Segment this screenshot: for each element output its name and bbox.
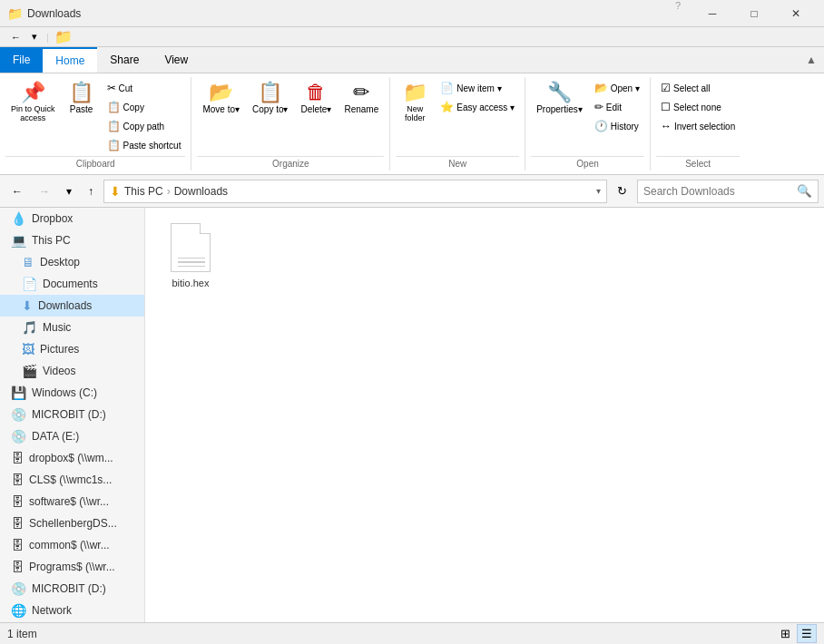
sidebar-item-this-pc[interactable]: 💻 This PC — [0, 229, 144, 251]
sidebar-item-label: MICROBIT (D:) — [32, 582, 106, 595]
sidebar-item-schellenberg[interactable]: 🗄 SchellenbergDS... — [0, 512, 144, 534]
details-view-button[interactable]: ☰ — [797, 624, 817, 643]
organize-buttons: 📂 Move to▾ 📋 Copy to▾ 🗑 Delete▾ ✏ Rename — [197, 79, 384, 154]
address-dropdown-button[interactable]: ▾ — [596, 186, 601, 196]
cut-button[interactable]: ✂ Cut — [103, 79, 186, 97]
sidebar-item-label: common$ (\\wr... — [29, 539, 110, 551]
medium-icons-view-button[interactable]: ⊞ — [776, 624, 795, 643]
drive-icon: 💾 — [11, 385, 26, 400]
history-button[interactable]: 🕐 History — [590, 117, 644, 135]
close-button[interactable]: ✕ — [775, 0, 817, 27]
up-button[interactable]: ↑ — [82, 181, 100, 201]
edit-button[interactable]: ✏ Edit — [590, 98, 644, 116]
tab-home[interactable]: Home — [43, 47, 97, 73]
window-title: Downloads — [27, 7, 81, 20]
search-bar[interactable]: 🔍 — [637, 180, 819, 203]
sidebar-item-dropbox-net[interactable]: 🗄 dropbox$ (\\wm... — [0, 447, 144, 469]
sidebar-item-videos[interactable]: 🎬 Videos — [0, 360, 144, 382]
delete-button[interactable]: 🗑 Delete▾ — [296, 79, 338, 118]
sidebar-item-label: Music — [43, 321, 71, 334]
invert-selection-icon: ↔ — [661, 120, 672, 132]
tab-share[interactable]: Share — [97, 47, 152, 73]
select-none-button[interactable]: ☐ Select none — [656, 98, 740, 116]
minimize-button[interactable]: ─ — [692, 0, 733, 27]
new-item-button[interactable]: 📄 New item ▾ — [436, 79, 519, 97]
copy-button[interactable]: 📋 Copy — [103, 98, 186, 116]
open-icon: 📂 — [594, 82, 608, 94]
copy-to-button[interactable]: 📋 Copy to▾ — [247, 79, 293, 118]
rename-button[interactable]: ✏ Rename — [338, 79, 384, 118]
sidebar-item-network[interactable]: 🌐 Network — [0, 600, 144, 621]
file-name: bitio.hex — [172, 278, 210, 288]
move-to-button[interactable]: 📂 Move to▾ — [197, 79, 245, 118]
select-buttons: ☑ Select all ☐ Select none ↔ Invert sele… — [656, 79, 740, 154]
new-folder-button[interactable]: 📁 New folder — [396, 79, 434, 126]
select-all-button[interactable]: ☑ Select all — [656, 79, 740, 97]
refresh-button[interactable]: ↻ — [611, 181, 633, 201]
history-icon: 🕐 — [594, 120, 608, 132]
sidebar-item-common[interactable]: 🗄 common$ (\\wr... — [0, 534, 144, 556]
sidebar-item-music[interactable]: 🎵 Music — [0, 317, 144, 338]
search-input[interactable] — [643, 185, 797, 198]
sidebar-item-label: Downloads — [38, 299, 92, 312]
recent-locations-button[interactable]: ▾ — [60, 181, 78, 201]
sidebar-item-dropbox[interactable]: 💧 Dropbox — [0, 208, 144, 229]
main-content: 💧 Dropbox 💻 This PC 🖥 Desktop 📄 Document… — [0, 208, 824, 622]
tab-view[interactable]: View — [152, 47, 201, 73]
qa-back-button[interactable]: ← — [7, 30, 25, 44]
ribbon-collapse-button[interactable]: ▲ — [799, 47, 824, 73]
sidebar-item-data-e[interactable]: 💿 DATA (E:) — [0, 425, 144, 447]
sidebar-item-documents[interactable]: 📄 Documents — [0, 273, 144, 295]
invert-selection-button[interactable]: ↔ Invert selection — [656, 117, 740, 135]
edit-icon: ✏ — [594, 101, 603, 113]
drive-icon: 💿 — [11, 429, 26, 444]
forward-button[interactable]: → — [33, 181, 56, 201]
file-area[interactable]: bitio.hex — [145, 208, 824, 622]
sidebar-item-cls[interactable]: 🗄 CLS$ (\\wmc1s... — [0, 469, 144, 491]
sidebar-item-desktop[interactable]: 🖥 Desktop — [0, 251, 144, 273]
paste-button[interactable]: 📋 Paste — [63, 79, 101, 118]
sidebar-item-microbit-d2[interactable]: 💿 MICROBIT (D:) — [0, 578, 144, 600]
sidebar-item-label: Dropbox — [32, 212, 73, 225]
tab-file[interactable]: File — [0, 47, 43, 73]
ribbon-group-clipboard: 📌 Pin to Quick access 📋 Paste ✂ Cut 📋 Co… — [0, 77, 191, 171]
pictures-icon: 🖼 — [22, 342, 34, 356]
computer-icon: 💻 — [11, 233, 26, 248]
network-icon: 🌐 — [11, 603, 26, 618]
sidebar-item-microbit-d[interactable]: 💿 MICROBIT (D:) — [0, 404, 144, 425]
sidebar-item-label: Programs$ (\\wr... — [29, 561, 115, 573]
back-button[interactable]: ← — [5, 181, 29, 201]
move-icon: 📂 — [209, 83, 233, 102]
sidebar-item-downloads[interactable]: ⬇ Downloads — [0, 295, 144, 317]
qa-dropdown-button[interactable]: ▾ — [28, 29, 41, 44]
sidebar-item-pictures[interactable]: 🖼 Pictures — [0, 338, 144, 360]
open-small-group: 📂 Open ▾ ✏ Edit 🕐 History — [590, 79, 644, 135]
sidebar-item-software[interactable]: 🗄 software$ (\\wr... — [0, 491, 144, 512]
file-item[interactable]: bitio.hex — [154, 217, 227, 295]
paste-shortcut-icon: 📋 — [107, 139, 121, 151]
ribbon: 📌 Pin to Quick access 📋 Paste ✂ Cut 📋 Co… — [0, 73, 824, 175]
open-button[interactable]: 📂 Open ▾ — [590, 79, 644, 97]
item-count: 1 item — [7, 628, 37, 640]
maximize-button[interactable]: □ — [733, 0, 775, 27]
file-icon-line — [178, 266, 205, 268]
address-crumb-this-pc[interactable]: This PC — [124, 185, 163, 198]
cut-icon: ✂ — [107, 82, 116, 94]
ribbon-group-open: 🔧 Properties▾ 📂 Open ▾ ✏ Edit 🕐 History … — [525, 77, 651, 171]
sidebar-item-windows-c[interactable]: 💾 Windows (C:) — [0, 382, 144, 404]
address-crumb-downloads[interactable]: Downloads — [174, 185, 228, 198]
easy-access-button[interactable]: ⭐ Easy access ▾ — [436, 98, 519, 116]
open-group-label: Open — [531, 156, 644, 169]
sidebar-item-programs[interactable]: 🗄 Programs$ (\\wr... — [0, 556, 144, 578]
quick-access-toolbar: ← ▾ | 📁 — [0, 27, 824, 47]
drive-icon: 💿 — [11, 581, 26, 596]
help-button[interactable]: ? — [672, 0, 684, 27]
properties-button[interactable]: 🔧 Properties▾ — [531, 79, 588, 118]
pin-button[interactable]: 📌 Pin to Quick access — [5, 79, 61, 126]
easy-access-icon: ⭐ — [440, 101, 454, 113]
address-bar[interactable]: ⬇ This PC › Downloads ▾ — [103, 180, 607, 203]
search-submit-button[interactable]: 🔍 — [797, 184, 812, 198]
desktop-icon: 🖥 — [22, 255, 34, 269]
paste-shortcut-button[interactable]: 📋 Paste shortcut — [103, 136, 186, 154]
copy-path-button[interactable]: 📋 Copy path — [103, 117, 186, 135]
